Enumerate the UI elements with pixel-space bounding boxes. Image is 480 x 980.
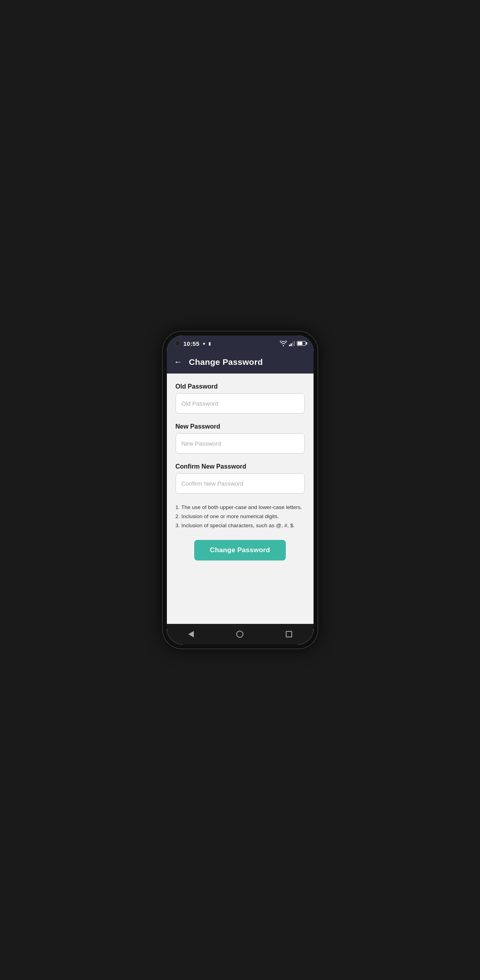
back-button[interactable]: ←: [174, 358, 183, 366]
confirm-password-label: Confirm New Password: [176, 463, 305, 470]
old-password-label: Old Password: [176, 383, 305, 390]
app-bar: ← Change Password: [167, 351, 314, 374]
new-password-group: New Password: [176, 423, 305, 461]
camera-dot: [175, 341, 180, 346]
hint-1: 1. The use of both upper-case and lower-…: [176, 503, 305, 512]
notification-icon: ●: [203, 341, 205, 346]
status-time: 10:55: [184, 340, 200, 347]
hint-3: 3. Inclusion of special characters, such…: [176, 521, 305, 530]
nav-home-button[interactable]: [233, 627, 247, 641]
confirm-password-input[interactable]: [176, 473, 305, 494]
back-nav-icon: [188, 631, 194, 637]
hint-2: 2. Inclusion of one or more numerical di…: [176, 512, 305, 521]
old-password-input[interactable]: [176, 393, 305, 414]
sim-icon: ▮: [208, 341, 211, 346]
status-left: 10:55 ● ▮: [175, 340, 211, 347]
recent-nav-icon: [286, 631, 292, 637]
signal-icon: [289, 341, 295, 346]
new-password-label: New Password: [176, 423, 305, 430]
confirm-password-group: Confirm New Password: [176, 463, 305, 501]
content-area: Old Password New Password Confirm New Pa…: [167, 374, 314, 624]
phone-frame: 10:55 ● ▮: [163, 332, 317, 648]
nav-recent-button[interactable]: [282, 627, 296, 641]
old-password-group: Old Password: [176, 383, 305, 421]
phone-screen: 10:55 ● ▮: [167, 336, 314, 644]
change-password-button[interactable]: Change Password: [194, 540, 286, 561]
password-hints: 1. The use of both upper-case and lower-…: [176, 503, 305, 530]
status-bar: 10:55 ● ▮: [167, 336, 314, 351]
wifi-icon: [280, 341, 287, 346]
home-nav-icon: [236, 631, 243, 638]
new-password-input[interactable]: [176, 433, 305, 454]
battery-icon: [297, 341, 306, 346]
status-right: [280, 341, 306, 346]
page-title: Change Password: [189, 357, 263, 367]
nav-back-button[interactable]: [184, 627, 198, 641]
bottom-nav: [167, 624, 314, 644]
